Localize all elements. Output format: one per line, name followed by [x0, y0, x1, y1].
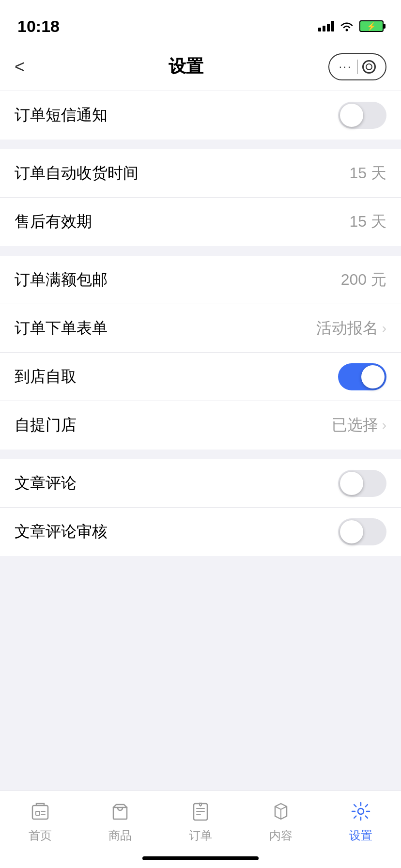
- pickup-store-label: 自提门店: [15, 415, 77, 436]
- status-time: 10:18: [17, 17, 60, 36]
- row-pickup-store[interactable]: 自提门店 已选择 ›: [0, 401, 401, 450]
- svg-point-0: [346, 29, 348, 31]
- order-icon: [188, 799, 213, 824]
- more-icon: ···: [339, 61, 352, 73]
- section-order-times: 订单自动收货时间 15 天 售后有效期 15 天: [0, 149, 401, 246]
- tab-content[interactable]: 内容: [241, 799, 321, 843]
- pickup-toggle[interactable]: [338, 363, 386, 390]
- wifi-icon: [340, 21, 354, 31]
- free-shipping-value: 200 元: [341, 269, 386, 291]
- article-comment-toggle[interactable]: [338, 470, 386, 497]
- back-button[interactable]: <: [15, 57, 44, 77]
- svg-rect-2: [36, 811, 40, 815]
- home-indicator: [142, 856, 259, 860]
- nav-divider: [357, 60, 357, 74]
- order-form-label: 订单下单表单: [15, 318, 108, 339]
- goods-icon: [108, 799, 133, 824]
- pickup-label: 到店自取: [15, 366, 77, 388]
- tab-order[interactable]: 订单: [160, 799, 241, 843]
- svg-point-10: [358, 808, 364, 814]
- tab-goods-label: 商品: [108, 828, 132, 843]
- tab-goods[interactable]: 商品: [80, 799, 161, 843]
- section-article: 文章评论 文章评论审核: [0, 459, 401, 556]
- sms-notify-label: 订单短信通知: [15, 105, 108, 126]
- article-review-label: 文章评论审核: [15, 521, 108, 542]
- home-icon: [28, 799, 53, 824]
- row-auto-receive[interactable]: 订单自动收货时间 15 天: [0, 149, 401, 198]
- nav-bar: < 设置 ···: [0, 43, 401, 91]
- toggle-thumb: [340, 104, 363, 127]
- tab-order-label: 订单: [189, 828, 212, 843]
- section-sms: 订单短信通知: [0, 91, 401, 140]
- tab-home[interactable]: 首页: [0, 799, 80, 843]
- tab-settings-label: 设置: [349, 828, 372, 843]
- tab-bar: 首页 商品 订单: [0, 790, 401, 868]
- tab-content-label: 内容: [269, 828, 293, 843]
- row-order-form[interactable]: 订单下单表单 活动报名 ›: [0, 304, 401, 353]
- after-sale-label: 售后有效期: [15, 211, 92, 232]
- signal-icon: [318, 21, 334, 31]
- pickup-store-nav: 已选择 ›: [332, 415, 386, 436]
- settings-content: 订单短信通知 订单自动收货时间 15 天 售后有效期 15 天 订单满额包邮 2…: [0, 91, 401, 837]
- after-sale-value: 15 天: [350, 211, 386, 232]
- battery-icon: ⚡: [359, 20, 384, 32]
- camera-icon[interactable]: [362, 60, 376, 74]
- order-form-nav: 活动报名 ›: [316, 318, 386, 339]
- toggle-thumb-pickup: [361, 365, 385, 388]
- section-order-details: 订单满额包邮 200 元 订单下单表单 活动报名 › 到店自取 自提门店 已选择…: [0, 256, 401, 450]
- sms-notify-toggle[interactable]: [338, 102, 386, 129]
- row-after-sale[interactable]: 售后有效期 15 天: [0, 198, 401, 246]
- row-sms-notify[interactable]: 订单短信通知: [0, 91, 401, 140]
- chevron-right-icon: ›: [382, 321, 386, 336]
- toggle-thumb-article: [340, 472, 363, 495]
- status-bar: 10:18 ⚡: [0, 0, 401, 43]
- chevron-right-icon-2: ›: [382, 418, 386, 433]
- article-review-toggle[interactable]: [338, 518, 386, 545]
- toggle-thumb-review: [340, 520, 363, 543]
- auto-receive-label: 订单自动收货时间: [15, 163, 139, 184]
- row-article-comment[interactable]: 文章评论: [0, 459, 401, 508]
- tab-settings[interactable]: 设置: [321, 799, 401, 843]
- row-pickup[interactable]: 到店自取: [0, 353, 401, 401]
- pickup-store-value: 已选择: [332, 415, 378, 436]
- content-icon: [268, 799, 293, 824]
- status-icons: ⚡: [318, 20, 384, 32]
- settings-icon: [348, 799, 373, 824]
- article-comment-label: 文章评论: [15, 473, 77, 494]
- tab-home-label: 首页: [29, 828, 52, 843]
- auto-receive-value: 15 天: [350, 163, 386, 184]
- nav-actions[interactable]: ···: [328, 53, 386, 80]
- row-free-shipping[interactable]: 订单满额包邮 200 元: [0, 256, 401, 304]
- row-article-review[interactable]: 文章评论审核: [0, 508, 401, 556]
- free-shipping-label: 订单满额包邮: [15, 269, 108, 291]
- order-form-value: 活动报名: [316, 318, 378, 339]
- page-title: 设置: [169, 55, 203, 78]
